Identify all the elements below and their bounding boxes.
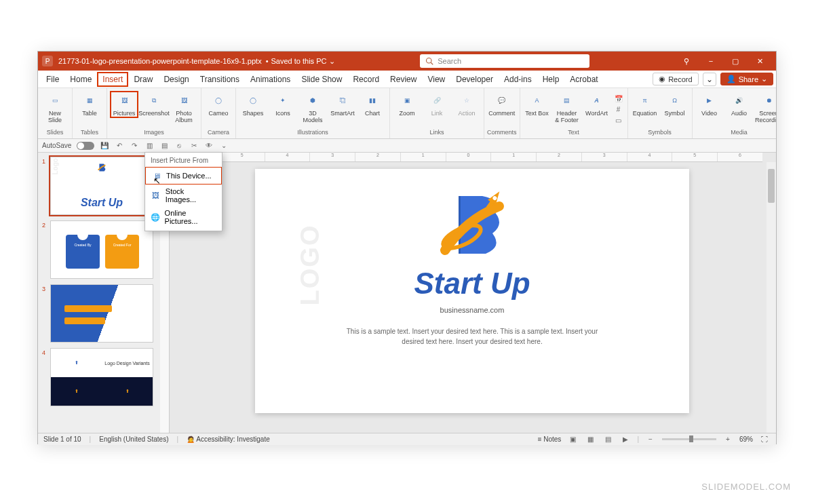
video-button[interactable]: ▶Video	[695, 91, 724, 118]
wordart-button[interactable]: AWordArt	[583, 91, 611, 118]
group-comments: 💬Comment Comments	[484, 88, 520, 138]
logo-side-label: LOGO	[296, 225, 325, 306]
minimize-button[interactable]: −	[699, 52, 723, 71]
qat-icon-4[interactable]: ✂	[189, 141, 199, 151]
ribbon: ▭New Slide Slides ▦Table Tables 🖼Picture…	[38, 88, 776, 139]
shapes-button[interactable]: ◯Shapes	[239, 91, 267, 118]
comment-button[interactable]: 💬Comment	[488, 91, 516, 118]
tab-addins[interactable]: Add-ins	[499, 72, 537, 87]
redo-icon[interactable]: ↷	[130, 141, 139, 151]
tab-transitions[interactable]: Transitions	[195, 72, 245, 87]
screen-recording-button[interactable]: ⏺Screen Recording	[755, 91, 776, 125]
cameo-icon: ◯	[210, 92, 227, 109]
undo-icon[interactable]: ↶	[115, 141, 124, 151]
object-icon[interactable]: ▭	[614, 115, 623, 125]
notes-button[interactable]: ≡ Notes	[538, 435, 562, 443]
smartart-button[interactable]: ⿻SmartArt	[328, 91, 357, 118]
group-camera: ◯Cameo Camera	[201, 88, 236, 138]
symbol-button[interactable]: ΩSymbol	[661, 91, 689, 118]
slide-number-icon[interactable]: #	[614, 104, 623, 114]
vertical-scrollbar[interactable]	[767, 162, 776, 433]
photo-album-icon: 🖼	[176, 92, 192, 109]
new-slide-icon: ▭	[47, 92, 63, 109]
ribbon-options-button[interactable]: ⌄	[703, 73, 716, 86]
stock-images-item[interactable]: 🖼 Stock Images...	[145, 185, 222, 206]
date-time-icon[interactable]: 📅	[614, 94, 623, 103]
normal-view-icon[interactable]: ▣	[566, 435, 579, 444]
thumb-slide-1[interactable]: Logo Start Up	[50, 157, 153, 215]
slide-editor[interactable]: 6543210123456 LOGO Start Up businessname…	[160, 153, 776, 433]
stock-images-icon: 🖼	[151, 190, 161, 201]
cameo-button[interactable]: ◯Cameo	[204, 91, 233, 118]
shapes-icon: ◯	[245, 92, 261, 109]
slide-counter[interactable]: Slide 1 of 10	[43, 435, 81, 443]
group-slides: ▭New Slide Slides	[38, 88, 73, 138]
fit-window-button[interactable]: ⛶	[758, 435, 771, 444]
icons-button[interactable]: ✦Icons	[269, 91, 297, 118]
slideshow-view-icon[interactable]: ▶	[619, 435, 632, 444]
slide-description[interactable]: This is a sample text. Insert your desir…	[255, 326, 689, 347]
tab-design[interactable]: Design	[158, 72, 194, 87]
close-button[interactable]: ✕	[748, 52, 772, 71]
logo-graphic[interactable]	[428, 189, 516, 264]
maximize-button[interactable]: ▢	[723, 52, 748, 71]
qat-icon-2[interactable]: ▤	[159, 141, 169, 151]
tab-developer[interactable]: Developer	[450, 72, 499, 87]
new-slide-button[interactable]: ▭New Slide	[41, 91, 69, 125]
save-icon[interactable]: 💾	[100, 141, 109, 151]
zoom-button[interactable]: ▣Zoom	[393, 91, 421, 118]
zoom-out-button[interactable]: −	[644, 435, 657, 444]
tab-acrobat[interactable]: Acrobat	[564, 72, 603, 87]
chart-button[interactable]: ▮▮Chart	[358, 91, 387, 118]
autosave-toggle[interactable]	[77, 142, 94, 150]
tab-home[interactable]: Home	[64, 72, 97, 87]
screenshot-icon: ⧉	[146, 92, 162, 109]
thumb-slide-3[interactable]	[50, 284, 153, 343]
save-status[interactable]: • Saved to this PC ⌄	[266, 57, 336, 66]
group-links: ▣Zoom 🔗Link ☆Action Links	[390, 88, 484, 138]
thumb-slide-4[interactable]: ⬆ Logo Design Variants ⬆ ⬆	[50, 348, 153, 406]
reading-view-icon[interactable]: ▤	[602, 435, 614, 444]
record-button[interactable]: ◉ Record	[653, 73, 698, 85]
qat-icon-5[interactable]: 👁	[204, 141, 214, 151]
video-icon: ▶	[701, 92, 718, 109]
online-pictures-item[interactable]: 🌐 Online Pictures...	[145, 206, 222, 228]
action-button[interactable]: ☆Action	[452, 91, 481, 118]
search-input[interactable]: Search	[420, 54, 589, 68]
3d-models-button[interactable]: ⬢3D Models	[298, 91, 327, 125]
slide-thumbnails[interactable]: 1 Logo Start Up 2 Created By Created For…	[38, 153, 160, 433]
slide-canvas[interactable]: LOGO Start Up businessname.com This is a…	[255, 169, 689, 413]
tab-insert[interactable]: Insert	[97, 72, 128, 87]
screenshot-button[interactable]: ⧉Screenshot	[140, 91, 168, 118]
header-footer-button[interactable]: ▤Header & Footer	[553, 91, 581, 125]
tab-review[interactable]: Review	[385, 72, 422, 87]
thumb-slide-2[interactable]: Created By Created For	[50, 220, 153, 279]
qat-more-icon[interactable]: ⌄	[219, 141, 229, 151]
photo-album-button[interactable]: 🖼Photo Album	[170, 91, 198, 125]
audio-button[interactable]: 🔊Audio	[725, 91, 754, 118]
tab-view[interactable]: View	[422, 72, 450, 87]
qat-icon-3[interactable]: ⎋	[174, 141, 184, 151]
qat-icon-1[interactable]: ▥	[144, 141, 154, 151]
sorter-view-icon[interactable]: ▦	[584, 435, 596, 444]
slide-subtitle[interactable]: businessname.com	[255, 306, 689, 314]
textbox-button[interactable]: AText Box	[523, 91, 551, 118]
table-button[interactable]: ▦Table	[75, 91, 104, 118]
pictures-icon: 🖼	[116, 92, 132, 109]
tab-draw[interactable]: Draw	[128, 72, 158, 87]
pictures-button[interactable]: 🖼Pictures	[110, 91, 138, 118]
tab-help[interactable]: Help	[537, 72, 565, 87]
accessibility-status[interactable]: 🙍 Accessibility: Investigate	[187, 435, 270, 443]
tab-file[interactable]: File	[41, 72, 64, 87]
tab-slideshow[interactable]: Slide Show	[296, 72, 347, 87]
zoom-slider[interactable]	[662, 438, 716, 440]
tab-record[interactable]: Record	[347, 72, 385, 87]
zoom-level[interactable]: 69%	[739, 435, 753, 443]
link-button[interactable]: 🔗Link	[423, 91, 451, 118]
zoom-in-button[interactable]: +	[722, 435, 734, 444]
language-status[interactable]: English (United States)	[99, 435, 168, 443]
tab-animations[interactable]: Animations	[245, 72, 296, 87]
equation-button[interactable]: πEquation	[631, 91, 659, 118]
location-icon[interactable]: ⚲	[674, 52, 699, 71]
share-button[interactable]: 👤 Share ⌄	[720, 73, 773, 85]
